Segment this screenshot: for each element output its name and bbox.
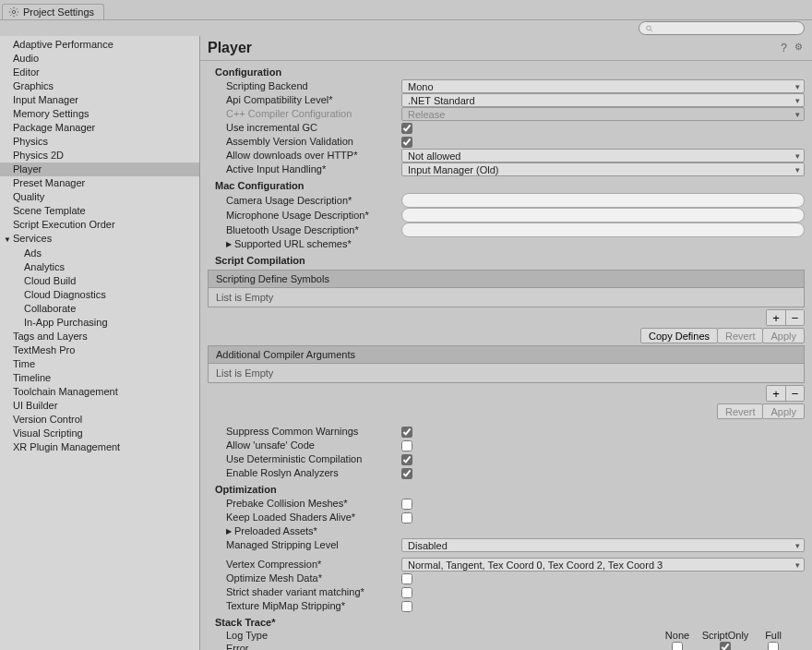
sidebar-item-editor[interactable]: Editor [0, 66, 199, 79]
sidebar-item-timeline[interactable]: Timeline [0, 371, 199, 385]
sidebar-item-label: Analytics [24, 261, 65, 272]
checkbox-stack-error-full[interactable] [768, 642, 779, 651]
section-optimization: Optimization [208, 480, 805, 497]
checkbox-allow-unsafe[interactable] [401, 440, 412, 451]
label-allow-unsafe: Allow 'unsafe' Code [226, 439, 401, 452]
dropdown-active-input[interactable]: Input Manager (Old) [401, 162, 805, 176]
checkbox-deterministic[interactable] [401, 454, 412, 465]
dropdown-api-compat[interactable]: .NET Standard [401, 93, 805, 107]
input-microphone-desc[interactable] [401, 208, 805, 223]
remove-define-button[interactable]: − [785, 310, 804, 325]
foldout-url-schemes[interactable]: ▶Supported URL schemes* [226, 237, 401, 251]
checkbox-strict-variant[interactable] [401, 587, 412, 598]
label-allow-http: Allow downloads over HTTP* [226, 149, 401, 162]
sidebar-item-cloud-build[interactable]: Cloud Build [0, 274, 199, 288]
triangle-down-icon: ▼ [4, 234, 11, 246]
section-mac-config: Mac Configuration [208, 176, 805, 193]
checkbox-stack-error-script[interactable] [720, 642, 731, 651]
section-script-compilation: Script Compilation [208, 251, 805, 268]
sidebar-item-label: Tags and Layers [13, 331, 88, 342]
checkbox-incremental-gc[interactable] [401, 123, 412, 134]
sidebar-item-adaptive-performance[interactable]: Adaptive Performance [0, 38, 199, 52]
input-bluetooth-desc[interactable] [401, 223, 805, 237]
gear-icon [8, 6, 19, 18]
sidebar-item-services[interactable]: ▼Services [0, 232, 199, 247]
sidebar-item-preset-manager[interactable]: Preset Manager [0, 176, 199, 190]
sidebar-item-version-control[interactable]: Version Control [0, 413, 199, 427]
sidebar-item-xr-plugin-management[interactable]: XR Plugin Management [0, 440, 199, 454]
sidebar-item-label: Package Manager [13, 122, 95, 133]
sidebar-item-quality[interactable]: Quality [0, 190, 199, 204]
page-title: Player [208, 40, 252, 56]
dropdown-stripping[interactable]: Disabled [401, 538, 805, 552]
label-cpp-config: C++ Compiler Configuration [226, 107, 401, 121]
window-tab-label: Project Settings [23, 6, 94, 18]
sidebar-item-ads[interactable]: Ads [0, 247, 199, 260]
sidebar-item-scene-template[interactable]: Scene Template [0, 204, 199, 218]
revert-args-button: Revert [717, 403, 763, 419]
list-define-symbols-title: Scripting Define Symbols [208, 270, 805, 287]
sidebar-item-audio[interactable]: Audio [0, 52, 199, 66]
label-scripting-backend: Scripting Backend [226, 79, 401, 93]
sidebar-item-cloud-diagnostics[interactable]: Cloud Diagnostics [0, 288, 199, 302]
sidebar-item-collaborate[interactable]: Collaborate [0, 302, 199, 316]
sidebar-item-label: Physics [13, 136, 48, 147]
apply-args-button: Apply [762, 403, 805, 419]
sidebar-item-textmesh-pro[interactable]: TextMesh Pro [0, 343, 199, 357]
sidebar-item-input-manager[interactable]: Input Manager [0, 93, 199, 107]
checkbox-mipmap[interactable] [401, 601, 412, 612]
sidebar-item-script-execution-order[interactable]: Script Execution Order [0, 218, 199, 232]
copy-defines-button[interactable]: Copy Defines [640, 328, 718, 343]
list-define-symbols-body: List is Empty [208, 287, 805, 307]
settings-icon[interactable]: ⚙ [794, 42, 803, 54]
input-camera-desc[interactable] [401, 193, 805, 208]
apply-defines-button: Apply [762, 328, 805, 343]
search-input[interactable] [655, 23, 798, 33]
sidebar-item-label: Quality [13, 191, 44, 202]
search-icon [645, 24, 653, 33]
sidebar-item-label: Ads [24, 247, 42, 259]
foldout-preloaded-assets[interactable]: ▶Preloaded Assets* [226, 524, 401, 538]
triangle-right-icon: ▶ [226, 524, 232, 538]
label-strict-variant: Strict shader variant matching* [226, 585, 401, 599]
checkbox-keep-shaders[interactable] [401, 512, 412, 524]
sidebar-item-player[interactable]: Player [0, 162, 199, 176]
sidebar-item-label: TextMesh Pro [13, 344, 75, 355]
sidebar-item-label: Player [13, 163, 42, 175]
svg-point-1 [647, 26, 651, 30]
checkbox-optimize-mesh[interactable] [401, 573, 412, 584]
help-icon[interactable]: ? [781, 42, 787, 54]
sidebar-item-label: In-App Purchasing [24, 317, 108, 328]
dropdown-vertex-compression[interactable]: Normal, Tangent, Tex Coord 0, Tex Coord … [401, 558, 805, 572]
sidebar-item-graphics[interactable]: Graphics [0, 79, 199, 93]
sidebar-item-package-manager[interactable]: Package Manager [0, 121, 199, 135]
remove-arg-button[interactable]: − [785, 386, 804, 401]
search-box[interactable] [639, 21, 805, 35]
sidebar-item-physics-2d[interactable]: Physics 2D [0, 149, 199, 162]
sidebar-item-visual-scripting[interactable]: Visual Scripting [0, 427, 199, 440]
dropdown-scripting-backend[interactable]: Mono [401, 79, 805, 93]
sidebar-item-analytics[interactable]: Analytics [0, 260, 199, 274]
sidebar-item-tags-and-layers[interactable]: Tags and Layers [0, 330, 199, 343]
sidebar-item-label: Memory Settings [13, 108, 90, 119]
checkbox-roslyn[interactable] [401, 468, 412, 479]
svg-point-0 [12, 10, 15, 13]
sidebar-item-toolchain-management[interactable]: Toolchain Management [0, 385, 199, 399]
revert-defines-button: Revert [717, 328, 763, 343]
sidebar-item-time[interactable]: Time [0, 357, 199, 371]
checkbox-stack-error-none[interactable] [672, 642, 683, 651]
sidebar-item-label: Editor [13, 66, 40, 78]
label-api-compat: Api Compatibility Level* [226, 93, 401, 107]
add-define-button[interactable]: + [767, 310, 785, 325]
checkbox-assembly-validation[interactable] [401, 137, 412, 148]
add-arg-button[interactable]: + [767, 386, 785, 401]
checkbox-prebake[interactable] [401, 499, 412, 510]
dropdown-allow-http[interactable]: Not allowed [401, 149, 805, 162]
label-vertex-compression: Vertex Compression* [226, 558, 401, 572]
sidebar-item-memory-settings[interactable]: Memory Settings [0, 107, 199, 121]
sidebar-item-ui-builder[interactable]: UI Builder [0, 399, 199, 413]
sidebar-item-in-app-purchasing[interactable]: In-App Purchasing [0, 316, 199, 330]
checkbox-suppress-warnings[interactable] [401, 427, 412, 438]
sidebar-item-physics[interactable]: Physics [0, 135, 199, 149]
window-tab[interactable]: Project Settings [2, 4, 104, 19]
